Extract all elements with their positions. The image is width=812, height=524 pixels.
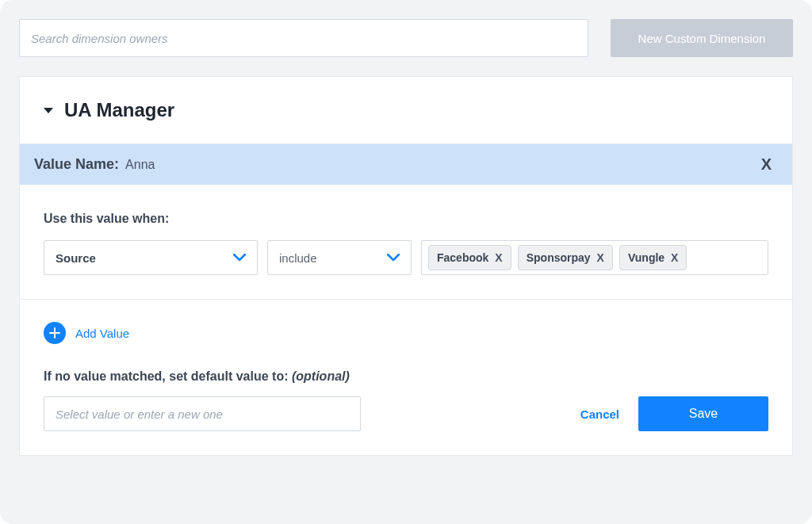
save-button[interactable]: Save [638, 396, 768, 431]
default-value-label: If no value matched, set default value t… [44, 369, 768, 384]
search-input[interactable] [19, 19, 588, 57]
default-label-text: If no value matched, set default value t… [44, 369, 292, 383]
action-buttons: Cancel Save [580, 396, 768, 431]
source-select-value: Source [56, 251, 96, 265]
condition-label: Use this value when: [44, 212, 768, 226]
new-custom-dimension-button[interactable]: New Custom Dimension [611, 19, 793, 57]
tag-remove-icon[interactable]: X [671, 251, 678, 264]
chevron-down-icon [233, 254, 246, 262]
cancel-button[interactable]: Cancel [580, 407, 619, 421]
bottom-section: Add Value If no value matched, set defau… [20, 300, 792, 455]
tag-container[interactable]: Facebook X Sponsorpay X Vungle X [421, 240, 768, 275]
tag-vungle: Vungle X [619, 245, 688, 270]
add-value-button[interactable]: Add Value [44, 322, 768, 344]
plus-icon [44, 322, 66, 344]
include-select-value: include [279, 251, 317, 265]
default-action-row: Cancel Save [44, 396, 768, 431]
chevron-down-icon [387, 254, 400, 262]
add-value-label: Add Value [75, 327, 129, 340]
condition-section: Use this value when: Source include [20, 185, 792, 300]
caret-down-icon [44, 108, 53, 113]
top-bar: New Custom Dimension [19, 19, 793, 57]
page-container: New Custom Dimension UA Manager Value Na… [0, 0, 812, 524]
include-select[interactable]: include [267, 240, 412, 275]
default-label-optional: (optional) [292, 369, 350, 383]
tag-label: Sponsorpay [527, 251, 591, 264]
panel-header[interactable]: UA Manager [20, 77, 792, 143]
value-name-label: Value Name: [34, 156, 119, 173]
tag-label: Vungle [628, 251, 665, 264]
condition-row: Source include Facebook X [44, 240, 768, 275]
tag-label: Facebook [437, 251, 488, 264]
default-value-input[interactable] [44, 396, 361, 431]
tag-facebook: Facebook X [428, 245, 511, 270]
value-name-bar: Value Name: Anna X [20, 143, 792, 185]
close-icon[interactable]: X [756, 155, 776, 174]
panel-title: UA Manager [64, 99, 174, 121]
dimension-panel: UA Manager Value Name: Anna X Use this v… [19, 76, 793, 456]
tag-remove-icon[interactable]: X [597, 251, 604, 264]
tag-remove-icon[interactable]: X [495, 251, 502, 264]
value-name-content: Value Name: Anna [34, 156, 155, 173]
source-select[interactable]: Source [44, 240, 258, 275]
value-name-value: Anna [125, 158, 155, 172]
tag-sponsorpay: Sponsorpay X [518, 245, 613, 270]
